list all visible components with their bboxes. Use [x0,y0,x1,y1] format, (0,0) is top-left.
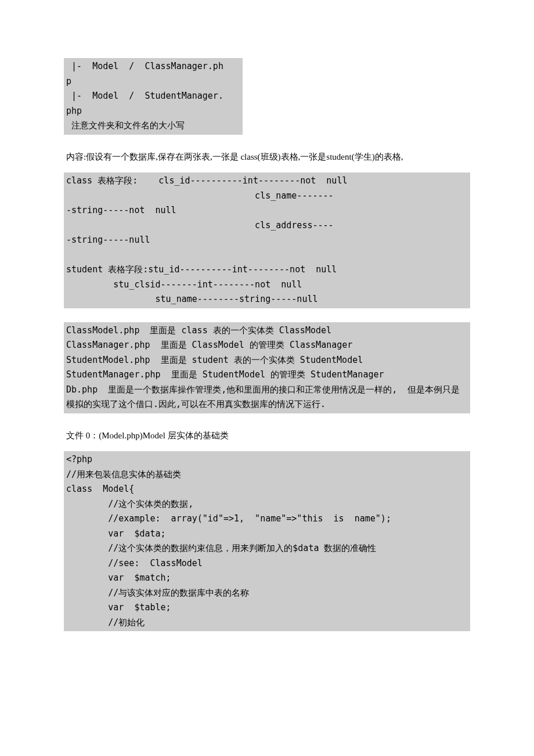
spacer [64,444,470,451]
spacer [64,413,470,427]
code-block-file-descriptions: ClassModel.php 里面是 class 表的一个实体类 ClassMo… [64,322,470,413]
document-page: |- Model / ClassManager.ph p |- Model / … [0,0,534,666]
intro-paragraph: 内容:假设有一个数据库,保存在两张表,一张是 class(班级)表格,一张是st… [64,149,470,166]
spacer [64,165,470,172]
code-block-file-structure: |- Model / ClassManager.ph p |- Model / … [64,58,243,135]
spacer [64,308,470,322]
file-heading: 文件 0：(Model.php)Model 层实体的基础类 [64,427,470,445]
code-block-php-model: <?php //用来包装信息实体的基础类 class Model{ //这个实体… [64,451,470,631]
code-block-table-schema: class 表格字段: cls_id----------int--------n… [64,172,470,308]
spacer [64,135,470,149]
